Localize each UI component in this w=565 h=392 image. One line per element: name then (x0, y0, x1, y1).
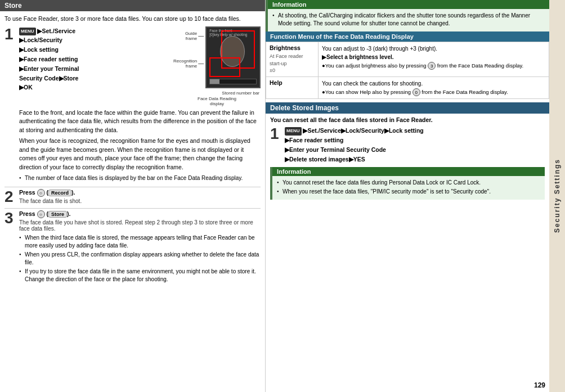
step-3: 3 Press ○ (Store). The face data file yo… (5, 210, 261, 285)
step-3-paren-close: ). (67, 210, 70, 217)
help-desc-text: You can check the cautions for shooting.… (322, 79, 545, 96)
help-label: Help (270, 79, 315, 86)
function-row-brightness: Brightness At Face readerstart-up±0 You … (266, 42, 549, 77)
delete-step-number: 1 (270, 126, 282, 164)
info-header-1: Information (268, 0, 549, 9)
info-content-2: You cannot reset the face data files dur… (272, 176, 545, 200)
step-1: 1 MENU ▶Set./Service▶Lock/Security▶Lock … (5, 26, 261, 183)
function-table: Brightness At Face readerstart-up±0 You … (266, 42, 549, 99)
step-3-content: Press ○ (Store). The face data file you … (19, 210, 261, 285)
step-2-button: ○ (37, 189, 45, 197)
step-1-number: 1 (5, 26, 17, 183)
menu-path-face-reader: ▶Face reader setting (19, 56, 78, 62)
left-panel: Store To use Face Reader, store 3 or mor… (0, 0, 266, 392)
delete-menu-path: MENU ▶Set./Service▶Lock/Security▶Lock se… (285, 126, 545, 164)
delete-step-content: MENU ▶Set./Service▶Lock/Security▶Lock se… (285, 126, 545, 164)
intro-text: To use Face Reader, store 3 or more face… (5, 15, 261, 23)
function-menu-header: Function Menu of the Face Data Reading D… (266, 31, 549, 42)
step-1-bullet-1: The number of face data files is display… (19, 174, 261, 182)
step-1-desc2: When your face is recognized, the recogn… (19, 137, 261, 172)
step-3-bullets: When the third face data file is stored,… (19, 234, 261, 283)
info-list-1: At shooting, the Call/Charging indicator… (272, 12, 545, 28)
section-title: Store (0, 0, 265, 11)
recognition-frame-label: Recognition frame — (173, 58, 204, 69)
step-1-menu-path: MENU ▶Set./Service▶Lock/Security▶Lock se… (19, 26, 170, 93)
brightness-desc: You can adjust to -3 (dark) through +3 (… (319, 42, 549, 77)
step-3-press-text: Press (19, 210, 35, 217)
help-btn-0: 0 (412, 88, 420, 96)
recognition-frame (209, 57, 240, 77)
step-3-bullet-1: When the third face data file is stored,… (19, 234, 261, 250)
step-1-content: MENU ▶Set./Service▶Lock/Security▶Lock se… (19, 26, 261, 183)
info-header-2: Information (272, 167, 545, 176)
step-3-press: Press ○ (Store). (19, 210, 261, 218)
divider-2 (5, 208, 261, 209)
menu-path-terminal: ▶Enter your TerminalSecurity Code▶Store▶… (19, 65, 79, 91)
step-1-with-image: MENU ▶Set./Service▶Lock/Security▶Lock se… (19, 26, 261, 106)
step-2: 2 Press ○ (Record). The face data file i… (5, 189, 261, 205)
brightness-note: ●You can adjust brightness also by press… (322, 62, 523, 69)
step-2-number: 2 (5, 189, 17, 205)
step-3-bullet-3: If you try to store the face data file i… (19, 268, 261, 283)
info-box-2: Information You cannot reset the face da… (270, 167, 545, 200)
menu-icon: MENU (19, 28, 36, 36)
delete-menu-icon: MENU (285, 127, 302, 136)
delete-step-1: 1 MENU ▶Set./Service▶Lock/Security▶Lock … (270, 126, 545, 164)
step-3-sub: The face data file you have shot is stor… (19, 219, 261, 232)
face-reader-image: Guide frame — Recognition frame — (173, 26, 261, 106)
info-content-1: At shooting, the Call/Charging indicator… (268, 9, 549, 31)
help-note: ●You can show Help also by pressing 0 fr… (322, 89, 508, 95)
delete-content: You can reset all the face data files st… (266, 114, 549, 202)
right-panel: Information At shooting, the Call/Chargi… (266, 0, 565, 392)
step-2-press: Press ○ (Record). (19, 189, 261, 197)
delete-intro: You can reset all the face data files st… (270, 116, 545, 123)
step-3-number: 3 (5, 210, 17, 285)
delete-info-bullet-2: When you reset the face data files, "PIM… (277, 188, 540, 196)
step-2-content: Press ○ (Record). The face data file is … (19, 189, 261, 205)
brightness-sub: At Face readerstart-up±0 (270, 53, 315, 74)
stored-bar (209, 79, 257, 84)
step-1-desc: Face to the front, and locate the face w… (19, 109, 261, 135)
right-inner: Information At shooting, the Call/Chargi… (266, 0, 549, 202)
step-2-press-text: Press (19, 189, 35, 196)
help-label-cell: Help (266, 76, 319, 98)
function-table-body: Brightness At Face readerstart-up±0 You … (266, 42, 549, 99)
info-box-1: Information At shooting, the Call/Chargi… (266, 0, 549, 31)
step-2-sub: The face data file is shot. (19, 198, 261, 204)
delete-header: Delete Stored Images (266, 102, 549, 114)
step-2-label-btn: Record (48, 190, 71, 196)
brightness-desc-text: You can adjust to -3 (dark) through +3 (… (322, 44, 545, 70)
step-1-text: MENU ▶Set./Service▶Lock/Security▶Lock se… (19, 26, 170, 106)
brightness-btn-3: 3 (428, 62, 436, 70)
guide-frame-label: Guide frame — (173, 31, 204, 41)
stored-bar-fill (210, 79, 219, 84)
page-number: 129 (534, 381, 545, 389)
brightness-label: Brightness (270, 44, 315, 51)
step-3-bullet-2: When you press CLR, the confirmation dis… (19, 251, 261, 267)
step-3-button: ○ (37, 210, 45, 218)
step-2-paren-close: ). (71, 189, 75, 196)
info-bullet-1: At shooting, the Call/Charging indicator… (272, 12, 545, 28)
content-area: To use Face Reader, store 3 or more face… (0, 11, 265, 291)
help-desc: You can check the cautions for shooting.… (319, 76, 549, 98)
step-1-bullets: The number of face data files is display… (19, 174, 261, 182)
step-3-label-btn: Store (48, 211, 67, 218)
divider-1 (5, 187, 261, 187)
stored-bar-label: Stored number bar (222, 91, 259, 96)
delete-info-bullet-1: You cannot reset the face data files dur… (277, 179, 540, 187)
sidebar: Security Settings (549, 0, 565, 392)
sidebar-text: Security Settings (553, 159, 561, 233)
brightness-select-label: ▶Select a brightness level. (322, 54, 394, 60)
function-row-help: Help You can check the cautions for shoo… (266, 76, 549, 98)
display-caption: Face Data Readingdisplay (173, 96, 261, 106)
info-list-2: You cannot reset the face data files dur… (277, 179, 540, 196)
camera-display: Face the front[0]key:Help w/ shooting (205, 26, 261, 88)
